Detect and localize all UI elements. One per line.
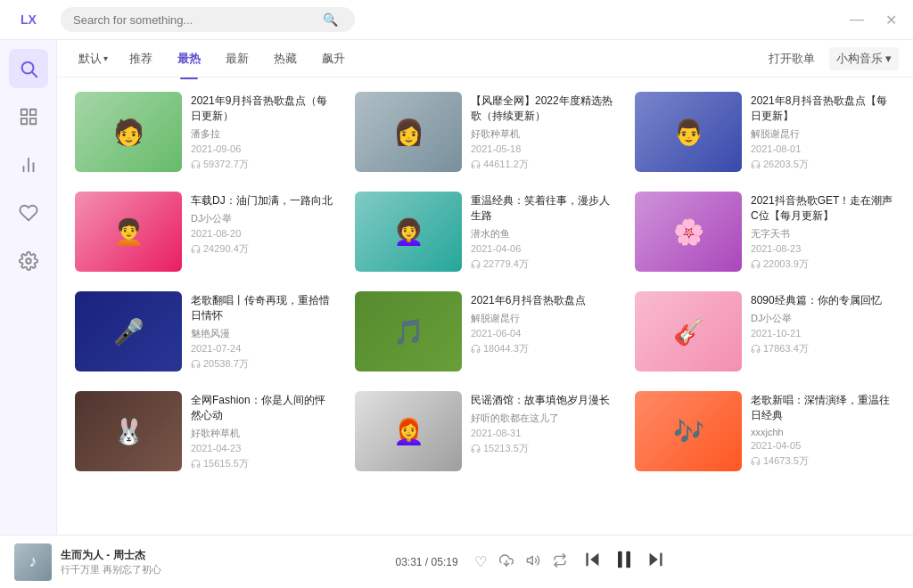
repeat-icon[interactable]	[553, 553, 567, 570]
chevron-down-icon: ▾	[103, 53, 108, 63]
card-author: 好听的歌都在这儿了	[471, 412, 615, 425]
titlebar-right: — ✕	[837, 10, 902, 30]
player-time: 03:31 / 05:19	[395, 556, 457, 568]
card-date: 2021-04-05	[751, 440, 895, 451]
card-title: 2021年8月抖音热歌盘点【每日更新】	[751, 94, 895, 124]
close-button[interactable]: ✕	[880, 10, 902, 30]
card-thumb-icon: 🧑‍🦱	[75, 192, 182, 272]
app-logo: LX	[11, 0, 46, 40]
card-plays: 17863.4万	[751, 342, 895, 355]
open-playlist-button[interactable]: 打开歌单	[761, 47, 822, 70]
search-bar[interactable]: 🔍	[61, 7, 355, 32]
tab-trending[interactable]: 飙升	[311, 45, 356, 72]
card-plays: 15615.5万	[191, 457, 335, 470]
play-pause-button[interactable]	[612, 547, 637, 577]
card-info: 8090经典篇：你的专属回忆 DJ小公举 2021-10-21 17863.4万	[751, 291, 895, 372]
prev-button[interactable]	[583, 550, 603, 574]
player-info: 生而为人 - 周士杰 行千万里 再别忘了初心	[61, 548, 161, 576]
sidebar-item-library[interactable]	[9, 97, 48, 136]
svg-rect-2	[21, 110, 26, 115]
player-time-separator: /	[425, 556, 432, 568]
card-thumbnail: 🌸	[635, 192, 742, 272]
card-plays: 15213.5万	[471, 442, 615, 455]
card-thumb-icon: 🎤	[75, 291, 182, 372]
svg-rect-3	[29, 110, 35, 115]
tab-new[interactable]: 最新	[215, 45, 259, 72]
card-plays: 44611.2万	[471, 158, 615, 171]
tab-hot[interactable]: 最热	[167, 45, 211, 72]
dropdown-arrow-icon: ▾	[885, 52, 892, 65]
playlist-card[interactable]: 🎤 老歌翻唱丨传奇再现，重拾惜日情怀 魅艳风漫 2021-07-24 20538…	[71, 288, 339, 375]
card-plays: 22779.4万	[471, 257, 615, 271]
card-thumb-icon: 🎵	[355, 291, 462, 372]
card-author: DJ小公举	[751, 312, 895, 325]
card-plays: 59372.7万	[191, 158, 335, 171]
playlist-card[interactable]: 🎶 老歌新唱：深情演绎，重温往日经典 xxxjchh 2021-04-05 14…	[631, 388, 899, 475]
tabbar: 默认 ▾ 推荐 最热 最新 热藏 飙升 打开歌单 小构音乐 ▾	[57, 40, 913, 78]
card-title: 【风靡全网】2022年度精选热歌（持续更新）	[471, 94, 615, 124]
card-date: 2021-09-06	[191, 143, 335, 154]
player-song-subtitle: 行千万里 再别忘了初心	[61, 563, 161, 576]
playlist-card[interactable]: 👨 2021年8月抖音热歌盘点【每日更新】 解脱谢昆行 2021-08-01 2…	[631, 88, 899, 176]
minimize-button[interactable]: —	[844, 10, 869, 30]
playlist-card[interactable]: 🧑 2021年9月抖音热歌盘点（每日更新） 潘多拉 2021-09-06 593…	[71, 88, 339, 176]
svg-point-9	[26, 258, 31, 264]
card-date: 2021-08-23	[751, 243, 895, 254]
card-author: 解脱谢昆行	[751, 127, 895, 141]
card-date: 2021-04-23	[191, 443, 335, 453]
card-title: 老歌翻唱丨传奇再现，重拾惜日情怀	[191, 293, 335, 323]
card-author: 潘多拉	[191, 127, 335, 141]
card-thumb-icon: 🧑	[75, 92, 182, 172]
card-info: 老歌新唱：深情演绎，重温往日经典 xxxjchh 2021-04-05 1467…	[751, 391, 895, 471]
player-bar: ♪ 生而为人 - 周士杰 行千万里 再别忘了初心 03:31 / 05:19 ♡	[0, 535, 913, 588]
card-thumbnail: 🎸	[635, 291, 742, 372]
volume-icon[interactable]	[526, 553, 540, 570]
card-thumbnail: 🎵	[355, 291, 462, 372]
card-title: 车载DJ：油门加满，一路向北	[191, 193, 335, 208]
search-icon[interactable]: 🔍	[323, 12, 338, 27]
small-music-label: 小构音乐	[836, 51, 883, 67]
sidebar-item-favorites[interactable]	[9, 193, 48, 233]
tab-collection[interactable]: 热藏	[263, 45, 308, 72]
tab-recommend[interactable]: 推荐	[119, 45, 163, 72]
next-button[interactable]	[646, 550, 665, 574]
playlist-grid-container: 🧑 2021年9月抖音热歌盘点（每日更新） 潘多拉 2021-09-06 593…	[57, 78, 913, 535]
download-icon[interactable]	[499, 553, 514, 570]
playlist-card[interactable]: 👩‍🦰 民谣酒馆：故事填饱岁月漫长 好听的歌都在这儿了 2021-08-31 1…	[351, 388, 619, 475]
card-thumbnail: 🎶	[635, 391, 742, 471]
card-info: 全网Fashion：你是人间的怦然心动 好歌种草机 2021-04-23 156…	[191, 391, 335, 471]
card-thumb-icon: 🎶	[635, 391, 742, 471]
playlist-card[interactable]: 🐰 全网Fashion：你是人间的怦然心动 好歌种草机 2021-04-23 1…	[71, 388, 339, 475]
card-title: 全网Fashion：你是人间的怦然心动	[191, 393, 335, 423]
playlist-card[interactable]: 🧑‍🦱 车载DJ：油门加满，一路向北 DJ小公举 2021-08-20 2429…	[71, 188, 339, 275]
card-date: 2021-04-06	[471, 243, 615, 254]
playlist-card[interactable]: 👩 【风靡全网】2022年度精选热歌（持续更新） 好歌种草机 2021-05-1…	[351, 88, 619, 176]
playlist-card[interactable]: 🎵 2021年6月抖音热歌盘点 解脱谢昆行 2021-06-04 18044.3…	[351, 288, 619, 375]
svg-line-1	[32, 72, 37, 77]
like-icon[interactable]: ♡	[474, 553, 487, 570]
card-plays: 14673.5万	[751, 454, 895, 468]
window-controls: — ✕	[844, 10, 902, 30]
sidebar-item-settings[interactable]	[9, 241, 48, 281]
card-info: 重温经典：笑着往事，漫步人生路 潜水的鱼 2021-04-06 22779.4万	[471, 192, 615, 272]
player-center: 03:31 / 05:19 ♡	[161, 547, 899, 577]
search-input[interactable]	[73, 13, 323, 27]
small-music-dropdown[interactable]: 小构音乐 ▾	[829, 47, 899, 70]
tab-default[interactable]: 默认 ▾	[71, 45, 115, 72]
card-author: 无字天书	[751, 227, 895, 241]
card-thumb-icon: 👩‍🦰	[355, 391, 462, 471]
card-thumbnail: 👨	[635, 92, 742, 172]
card-plays: 26203.5万	[751, 158, 895, 171]
sidebar-item-search[interactable]	[9, 49, 48, 88]
card-thumb-icon: 👩‍🦱	[355, 192, 462, 272]
playlist-card[interactable]: 🎸 8090经典篇：你的专属回忆 DJ小公举 2021-10-21 17863.…	[631, 288, 899, 375]
sidebar-item-charts[interactable]	[9, 145, 48, 184]
svg-marker-11	[527, 556, 532, 564]
card-info: 车载DJ：油门加满，一路向北 DJ小公举 2021-08-20 24290.4万	[191, 192, 335, 272]
svg-rect-15	[626, 551, 630, 568]
card-plays: 20538.7万	[191, 357, 335, 371]
card-title: 老歌新唱：深情演绎，重温往日经典	[751, 393, 895, 423]
playlist-card[interactable]: 🌸 2021抖音热歌GET！走在潮声C位【每月更新】 无字天书 2021-08-…	[631, 188, 899, 275]
player-controls	[583, 547, 665, 577]
playlist-card[interactable]: 👩‍🦱 重温经典：笑着往事，漫步人生路 潜水的鱼 2021-04-06 2277…	[351, 188, 619, 275]
